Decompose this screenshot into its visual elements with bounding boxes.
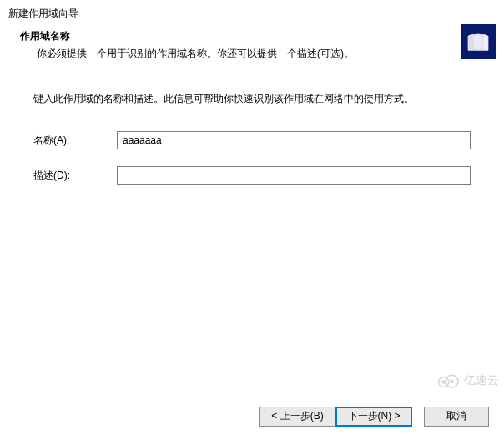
content-area: 键入此作用域的名称和描述。此信息可帮助你快速识别该作用域在网络中的使用方式。 名…	[0, 73, 504, 185]
header-text: 作用域名称 你必须提供一个用于识别的作用域名称。你还可以提供一个描述(可选)。	[0, 29, 504, 61]
wizard-header: 作用域名称 你必须提供一个用于识别的作用域名称。你还可以提供一个描述(可选)。	[0, 26, 504, 73]
svg-point-2	[442, 380, 446, 384]
svg-point-0	[439, 377, 449, 387]
name-row: 名称(A):	[33, 131, 471, 149]
header-title: 作用域名称	[20, 29, 504, 43]
description-label: 描述(D):	[33, 169, 117, 183]
watermark: 亿速云	[436, 372, 499, 390]
window-title: 新建作用域向导	[0, 0, 504, 26]
cancel-button[interactable]: 取消	[424, 407, 489, 427]
name-input[interactable]	[117, 131, 471, 149]
instruction-text: 键入此作用域的名称和描述。此信息可帮助你快速识别该作用域在网络中的使用方式。	[33, 92, 471, 106]
description-input[interactable]	[117, 166, 471, 185]
header-subtitle: 你必须提供一个用于识别的作用域名称。你还可以提供一个描述(可选)。	[20, 47, 504, 61]
svg-point-3	[450, 380, 454, 384]
name-label: 名称(A):	[33, 134, 117, 148]
description-row: 描述(D):	[33, 166, 471, 185]
watermark-text: 亿速云	[464, 373, 499, 388]
next-button[interactable]: 下一步(N) >	[335, 407, 412, 427]
watermark-cloud-icon	[436, 372, 461, 390]
scope-banner-icon	[461, 24, 496, 59]
back-button[interactable]: < 上一步(B)	[259, 407, 335, 427]
svg-point-1	[446, 375, 458, 387]
wizard-footer: < 上一步(B) 下一步(N) > 取消	[0, 397, 504, 435]
nav-button-group: < 上一步(B) 下一步(N) >	[259, 407, 412, 427]
